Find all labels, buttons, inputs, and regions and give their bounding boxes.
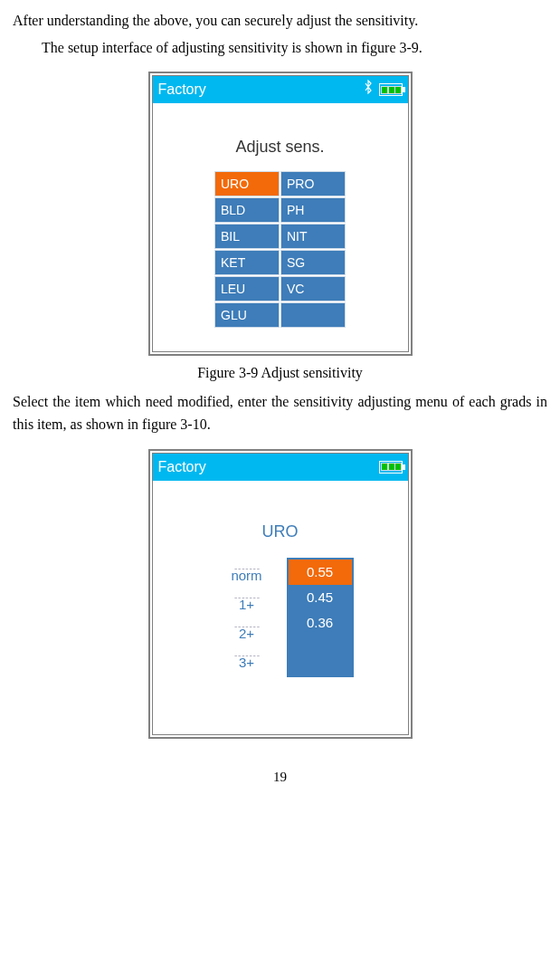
paragraph-2: The setup interface of adjusting sensiti… <box>13 36 547 60</box>
battery-icon <box>379 83 403 96</box>
grade-2plus[interactable]: 2+ <box>207 625 287 648</box>
screen-body: URO - - - - - - -norm- - - - - - -1+- - … <box>153 481 408 734</box>
grid-item-leu[interactable]: LEU <box>214 276 280 301</box>
value-0-45[interactable]: 0.45 <box>289 585 352 610</box>
bluetooth-icon <box>363 78 374 101</box>
paragraph-1: After understanding the above, you can s… <box>13 9 547 33</box>
grid-item-bld[interactable]: BLD <box>214 197 280 223</box>
sensitivity-grid: UROPROBLDPHBILNITKETSGLEUVCGLU <box>162 171 399 328</box>
sensitivity-block: - - - - - - -norm- - - - - - -1+- - - - … <box>162 558 399 677</box>
grid-item-glu[interactable]: GLU <box>214 302 280 328</box>
grid-item-ph[interactable]: PH <box>280 197 346 223</box>
item-title: URO <box>162 519 399 545</box>
section-title: Adjust sens. <box>162 134 399 160</box>
grade-3plus[interactable]: 3+ <box>207 654 287 677</box>
device-frame: Factory Adjust sens. UROPROBLDPHBILNITKE… <box>148 72 413 356</box>
titlebar-text: Factory <box>158 78 363 101</box>
figure-3-9: Factory Adjust sens. UROPROBLDPHBILNITKE… <box>13 72 547 356</box>
figure-caption-1: Figure 3-9 Adjust sensitivity <box>13 361 547 385</box>
grade-1plus[interactable]: 1+ <box>207 596 287 619</box>
titlebar: Factory <box>153 76 408 103</box>
titlebar-text: Factory <box>158 455 379 479</box>
grid-item-nit[interactable]: NIT <box>280 224 346 249</box>
grid-item-ket[interactable]: KET <box>214 250 280 275</box>
grid-item-uro[interactable]: URO <box>214 171 280 196</box>
grade-list: - - - - - - -norm- - - - - - -1+- - - - … <box>207 558 287 677</box>
device-frame: Factory URO - - - - - - -norm- - - - - -… <box>148 449 413 739</box>
grid-item-empty <box>280 302 346 328</box>
grid-item-bil[interactable]: BIL <box>214 224 280 249</box>
grid-item-pro[interactable]: PRO <box>280 171 346 196</box>
value-list: 0.550.450.36 <box>287 558 354 677</box>
battery-icon <box>379 461 403 474</box>
titlebar: Factory <box>153 454 408 481</box>
grid-item-vc[interactable]: VC <box>280 276 346 301</box>
grade-norm[interactable]: norm <box>207 567 287 590</box>
value-0-55[interactable]: 0.55 <box>289 560 352 585</box>
grid-item-sg[interactable]: SG <box>280 250 346 275</box>
page-number: 19 <box>13 766 547 788</box>
value-0-36[interactable]: 0.36 <box>289 610 352 636</box>
paragraph-3: Select the item which need modified, ent… <box>13 390 547 436</box>
screen-body: Adjust sens. UROPROBLDPHBILNITKETSGLEUVC… <box>153 103 408 351</box>
figure-3-10: Factory URO - - - - - - -norm- - - - - -… <box>13 449 547 739</box>
